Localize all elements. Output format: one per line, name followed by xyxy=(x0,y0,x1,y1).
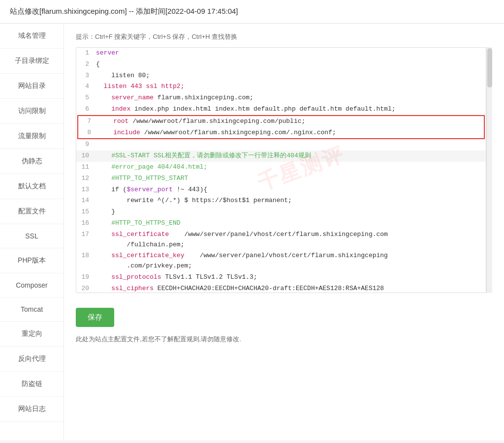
code-line-20: 20 ssl_ciphers EECDH+CHACHA20:EECDH+CHAC… xyxy=(76,283,486,293)
sidebar-item-tomcat[interactable]: Tomcat xyxy=(0,297,63,322)
highlighted-lines: 7 root /www/wwwroot/flarum.shixingceping… xyxy=(77,115,485,140)
hint-text: 提示：Ctrl+F 搜索关键字，Ctrl+S 保存，Ctrl+H 查找替换 xyxy=(76,32,492,41)
main-layout: 域名管理 子目录绑定 网站目录 访问限制 流量限制 伪静态 默认文档 配置文件 … xyxy=(0,24,504,441)
sidebar-item-composer[interactable]: Composer xyxy=(0,273,63,297)
code-line-5: 5 server_name flarum.shixingceping.com; xyxy=(76,92,486,104)
code-line-13: 13 if ($server_port !~ 443){ xyxy=(76,184,486,196)
sidebar-item-logs[interactable]: 网站日志 xyxy=(0,397,63,422)
sidebar: 域名管理 子目录绑定 网站目录 访问限制 流量限制 伪静态 默认文档 配置文件 … xyxy=(0,24,64,441)
editor-wrap: 1 server 2 { 3 listen 80; 4 listen 443 s… xyxy=(76,47,492,293)
scrollbar-thumb[interactable] xyxy=(487,48,492,88)
content-area: 提示：Ctrl+F 搜索关键字，Ctrl+S 保存，Ctrl+H 查找替换 1 … xyxy=(64,24,504,441)
sidebar-item-hotlink[interactable]: 防盗链 xyxy=(0,372,63,397)
sidebar-item-php[interactable]: PHP版本 xyxy=(0,248,63,273)
code-line-14: 14 rewrite ^(/.*) $ https://$host$1 perm… xyxy=(76,195,486,207)
code-line-7: 7 root /www/wwwroot/flarum.shixingceping… xyxy=(78,116,484,127)
code-line-1: 1 server xyxy=(76,48,486,59)
scrollbar-track[interactable] xyxy=(486,47,492,293)
code-line-2: 2 { xyxy=(76,59,486,70)
code-line-10: 10 #SSL-START SSL相关配置，请勿删除或修改下一行带注释的404规… xyxy=(76,150,486,162)
code-line-6: 6 index index.php index.html index.htm d… xyxy=(76,104,486,115)
sidebar-item-default-doc[interactable]: 默认文档 xyxy=(0,174,63,199)
code-editor[interactable]: 1 server 2 { 3 listen 80; 4 listen 443 s… xyxy=(76,47,486,293)
code-line-19: 19 ssl_protocols TLSv1.1 TLSv1.2 TLSv1.3… xyxy=(76,272,486,283)
save-section: 保存 xyxy=(76,300,492,333)
code-line-11: 11 #error_page 404/404.html; xyxy=(76,162,486,173)
page-title: 站点修改[flarum.shixingceping.com] -- 添加时间[2… xyxy=(10,7,238,15)
code-line-15: 15 } xyxy=(76,207,486,218)
sidebar-item-rewrite[interactable]: 伪静态 xyxy=(0,149,63,174)
code-line-16: 16 #HTTP_TO_HTTPS_END xyxy=(76,218,486,229)
sidebar-item-subdir[interactable]: 子目录绑定 xyxy=(0,49,63,74)
code-line-3: 3 listen 80; xyxy=(76,70,486,82)
title-bar: 站点修改[flarum.shixingceping.com] -- 添加时间[2… xyxy=(0,0,504,24)
code-line-4: 4 listen 443 ssl http2; xyxy=(76,81,486,92)
sidebar-item-ssl[interactable]: SSL xyxy=(0,224,63,248)
code-line-17: 17 ssl_certificate /www/server/panel/vho… xyxy=(76,229,486,251)
footer-note: 此处为站点主配置文件,若您不了解配置规则,请勿随意修改. xyxy=(76,335,492,344)
save-button[interactable]: 保存 xyxy=(76,308,114,327)
sidebar-item-config[interactable]: 配置文件 xyxy=(0,199,63,224)
code-line-18: 18 ssl_certificate_key /www/server/panel… xyxy=(76,250,486,272)
sidebar-item-proxy[interactable]: 反向代理 xyxy=(0,347,63,372)
code-line-12: 12 #HTTP_TO_HTTPS_START xyxy=(76,173,486,184)
code-line-9: 9 xyxy=(76,139,486,150)
sidebar-item-access[interactable]: 访问限制 xyxy=(0,99,63,124)
sidebar-item-webdir[interactable]: 网站目录 xyxy=(0,74,63,99)
code-line-8: 8 include /www/wwwroot/flarum.shixingcep… xyxy=(78,127,484,139)
sidebar-item-traffic[interactable]: 流量限制 xyxy=(0,124,63,149)
sidebar-item-redirect[interactable]: 重定向 xyxy=(0,322,63,347)
sidebar-item-domain[interactable]: 域名管理 xyxy=(0,24,63,49)
